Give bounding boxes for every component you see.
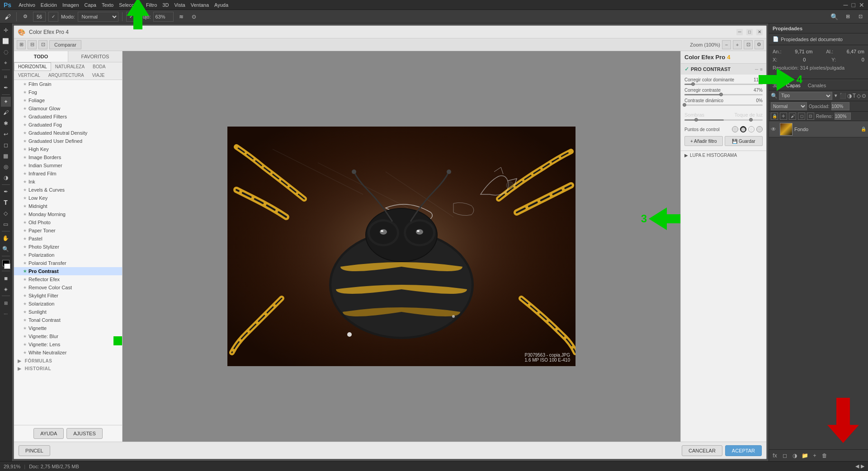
pen-tool[interactable]: ✒ bbox=[1, 187, 11, 197]
filter-film-grain[interactable]: Film Grain bbox=[14, 80, 122, 88]
filter-pastel[interactable]: Pastel bbox=[14, 235, 122, 243]
cep-maximize-btn[interactable]: □ bbox=[746, 29, 753, 35]
filter-monday-morning[interactable]: Monday Morning bbox=[14, 210, 122, 218]
zoom-fit-btn[interactable]: ⊡ bbox=[744, 40, 753, 49]
zoom-tool[interactable]: 🔍 bbox=[1, 244, 11, 254]
filter-sunlight[interactable]: Sunlight bbox=[14, 308, 122, 316]
tab-capas[interactable]: Capas bbox=[783, 81, 804, 90]
menu-seleccion[interactable]: Selección bbox=[119, 2, 141, 8]
cep-layout-btn[interactable]: ⊞ bbox=[17, 40, 26, 49]
aceptar-btn[interactable]: ACEPTAR bbox=[725, 445, 762, 456]
standard-mode[interactable]: ◼ bbox=[1, 273, 11, 283]
brush-tool[interactable]: 🖌 bbox=[1, 108, 11, 118]
layer-shape-icon[interactable]: ◇ bbox=[857, 93, 861, 99]
layer-mode-select[interactable]: Normal bbox=[771, 102, 807, 110]
cp-white-btn[interactable]: ○ bbox=[748, 126, 755, 132]
layer-delete-btn[interactable]: 🗑 bbox=[821, 452, 829, 460]
flow-input[interactable]: 63% bbox=[153, 12, 174, 22]
zoom-minus-btn[interactable]: − bbox=[722, 40, 731, 49]
pro-contrast-header[interactable]: ✓ PRO CONTRAST ─ ≡ bbox=[681, 64, 766, 75]
brush-mode-check[interactable]: ✓ bbox=[48, 12, 58, 22]
healing-tool[interactable]: ✦ bbox=[1, 97, 11, 107]
dodge-tool[interactable]: ◑ bbox=[1, 173, 11, 183]
layer-mask-btn[interactable]: ◻ bbox=[781, 452, 789, 460]
menu-imagen[interactable]: Imagen bbox=[62, 2, 79, 8]
tab-3d[interactable]: 3D bbox=[769, 81, 783, 90]
filter-vignette[interactable]: Vignette bbox=[14, 324, 122, 332]
color-dom-thumb[interactable] bbox=[691, 82, 695, 86]
shadow-light-track[interactable] bbox=[684, 119, 763, 121]
menu-filtro[interactable]: Filtro bbox=[146, 2, 157, 8]
more-tools[interactable]: ··· bbox=[1, 309, 11, 319]
search-btn[interactable]: 🔍 bbox=[829, 12, 840, 22]
layer-type-select[interactable]: Tipo bbox=[779, 92, 832, 100]
filter-old-photo[interactable]: Old Photo bbox=[14, 218, 122, 226]
layer-adjust-icon[interactable]: ◑ bbox=[847, 93, 852, 99]
ps-maximize-icon[interactable]: □ bbox=[852, 1, 855, 9]
mode-select[interactable]: Normal bbox=[78, 12, 118, 22]
menu-texto[interactable]: Texto bbox=[102, 2, 113, 8]
cp-minus-btn[interactable]: − bbox=[756, 126, 763, 132]
menu-vista[interactable]: Vista bbox=[174, 2, 185, 8]
apps-btn[interactable]: ⊡ bbox=[855, 12, 865, 22]
brush-preset-btn[interactable]: 56 bbox=[33, 12, 46, 22]
stamp-tool[interactable]: ✱ bbox=[1, 118, 11, 128]
cp-black-btn[interactable]: ⬤ bbox=[740, 126, 746, 132]
light-thumb[interactable] bbox=[749, 118, 753, 122]
history-tool[interactable]: ↩ bbox=[1, 129, 11, 139]
filter-image-borders[interactable]: Image Borders bbox=[14, 153, 122, 161]
filter-high-key[interactable]: High Key bbox=[14, 145, 122, 153]
menu-ayuda[interactable]: Ayuda bbox=[214, 2, 228, 8]
subtab-horizontal[interactable]: HORIZONTAL bbox=[14, 62, 51, 71]
save-filter-btn[interactable]: 💾 Guardar bbox=[725, 136, 763, 146]
lasso-tool[interactable]: ◌ bbox=[1, 47, 11, 57]
layer-fondo[interactable]: 👁 Fondo 🔒 bbox=[769, 121, 868, 137]
cep-layout2-btn[interactable]: ⊟ bbox=[28, 40, 37, 49]
dinamico-track[interactable] bbox=[684, 104, 763, 106]
contraste-track[interactable] bbox=[684, 94, 763, 95]
cancelar-btn[interactable]: CANCELAR bbox=[682, 445, 722, 456]
filter-graduated-user[interactable]: Graduated User Defined bbox=[14, 137, 122, 145]
filter-vignette-blur[interactable]: Vignette: Blur bbox=[14, 332, 122, 340]
cep-layout3-btn[interactable]: ⊡ bbox=[38, 40, 47, 49]
fill-input[interactable]: 100% bbox=[835, 113, 851, 120]
ps-close-icon[interactable]: ✕ bbox=[859, 1, 864, 9]
filter-paper-toner[interactable]: Paper Toner bbox=[14, 226, 122, 235]
subtab-vertical[interactable]: VERTICAL bbox=[14, 71, 44, 80]
filter-levels-curves[interactable]: Levels & Curves bbox=[14, 186, 122, 194]
layer-group-btn[interactable]: 📁 bbox=[801, 452, 809, 460]
filter-glamour-glow[interactable]: Glamour Glow bbox=[14, 104, 122, 113]
tab-favoritos[interactable]: FAVORITOS bbox=[68, 51, 122, 62]
menu-edicion[interactable]: Edición bbox=[41, 2, 57, 8]
filter-ink[interactable]: Ink bbox=[14, 178, 122, 186]
layer-lock-pixel[interactable]: ◻ bbox=[798, 113, 805, 120]
tab-todo[interactable]: TODO bbox=[14, 51, 68, 62]
hand-tool[interactable]: ✋ bbox=[1, 233, 11, 243]
opacity-input[interactable]: 100% bbox=[831, 102, 849, 110]
layer-lock-artboard[interactable]: ⊡ bbox=[807, 113, 814, 120]
filter-infrared-film[interactable]: Infrared Film bbox=[14, 170, 122, 178]
filter-skylight[interactable]: Skylight Filter bbox=[14, 292, 122, 300]
cep-minimize-btn[interactable]: ─ bbox=[736, 29, 743, 35]
filter-polaroid-transfer[interactable]: Polaroid Transfer bbox=[14, 259, 122, 267]
add-filter-btn[interactable]: + Añadir filtro bbox=[684, 136, 723, 146]
menu-3d[interactable]: 3D bbox=[162, 2, 169, 8]
histograma-section[interactable]: ▶ LUPA E HISTOGRAMA bbox=[681, 151, 766, 160]
layer-visibility-icon[interactable]: 👁 bbox=[771, 126, 778, 132]
filter-tonal-contrast[interactable]: Tonal Contrast bbox=[14, 316, 122, 324]
subtab-naturaleza[interactable]: NATURALEZA bbox=[51, 62, 89, 71]
view-btn[interactable]: ⊞ bbox=[843, 12, 853, 22]
layer-new-btn[interactable]: + bbox=[811, 452, 819, 460]
filter-midnight[interactable]: Midnight bbox=[14, 202, 122, 210]
eraser-tool[interactable]: ◻ bbox=[1, 140, 11, 150]
cp-add-btn[interactable]: + bbox=[732, 126, 738, 132]
filter-scroll[interactable]: Film Grain Fog Foliage Glamour Glow Grad… bbox=[14, 80, 122, 425]
layer-fx-btn[interactable]: fx bbox=[771, 452, 779, 460]
filter-pro-contrast[interactable]: Pro Contrast bbox=[14, 267, 122, 275]
filter-photo-stylizer[interactable]: Photo Stylizer bbox=[14, 243, 122, 251]
layer-lock-pos[interactable]: ✛ bbox=[780, 113, 787, 120]
quick-mask[interactable]: ◈ bbox=[1, 284, 11, 294]
filter-reflector-efex[interactable]: Reflector Efex bbox=[14, 275, 122, 283]
wand-tool[interactable]: ⌖ bbox=[1, 58, 11, 68]
blur-tool[interactable]: ◎ bbox=[1, 162, 11, 172]
